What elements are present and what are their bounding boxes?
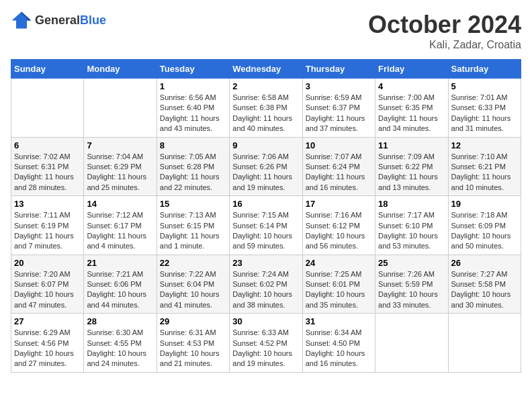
sunrise-text: Sunrise: 7:25 AM (306, 270, 362, 278)
day-number: 16 (232, 199, 299, 209)
sunset-text: Sunset: 6:35 PM (378, 103, 433, 111)
sunset-text: Sunset: 6:26 PM (232, 163, 287, 171)
day-detail: Sunrise: 7:20 AM Sunset: 6:07 PM Dayligh… (14, 269, 81, 311)
sunrise-text: Sunrise: 7:00 AM (378, 93, 435, 101)
sunrise-text: Sunrise: 7:26 AM (378, 270, 435, 278)
daylight-text: Daylight: 11 hours and 1 minute. (160, 232, 220, 250)
calendar-week-row: 27 Sunrise: 6:29 AM Sunset: 4:56 PM Dayl… (11, 314, 521, 373)
sunset-text: Sunset: 6:33 PM (451, 103, 506, 111)
daylight-text: Daylight: 10 hours and 38 minutes. (232, 290, 292, 308)
calendar-day-cell (11, 79, 84, 138)
sunrise-text: Sunrise: 6:56 AM (160, 93, 216, 101)
day-detail: Sunrise: 7:13 AM Sunset: 6:15 PM Dayligh… (160, 210, 226, 252)
calendar-day-cell: 4 Sunrise: 7:00 AM Sunset: 6:35 PM Dayli… (375, 79, 448, 138)
sunset-text: Sunset: 4:53 PM (160, 339, 214, 347)
weekday-header: Sunday (11, 60, 84, 79)
sunrise-text: Sunrise: 7:16 AM (306, 211, 362, 219)
sunset-text: Sunset: 6:01 PM (306, 280, 360, 288)
logo-general-text: GeneralBlue (35, 13, 106, 28)
calendar-day-cell: 19 Sunrise: 7:18 AM Sunset: 6:09 PM Dayl… (448, 196, 521, 255)
sunset-text: Sunset: 4:50 PM (306, 339, 360, 347)
sunset-text: Sunset: 6:22 PM (378, 163, 433, 171)
daylight-text: Daylight: 11 hours and 16 minutes. (306, 173, 365, 191)
sunset-text: Sunset: 6:06 PM (87, 280, 141, 288)
sunset-text: Sunset: 4:56 PM (14, 339, 69, 347)
day-detail: Sunrise: 6:33 AM Sunset: 4:52 PM Dayligh… (232, 328, 299, 369)
daylight-text: Daylight: 10 hours and 47 minutes. (14, 290, 74, 308)
day-number: 4 (378, 81, 445, 91)
sunset-text: Sunset: 6:19 PM (14, 222, 69, 230)
sunrise-text: Sunrise: 6:29 AM (14, 328, 71, 336)
day-detail: Sunrise: 7:16 AM Sunset: 6:12 PM Dayligh… (306, 210, 372, 252)
daylight-text: Daylight: 11 hours and 10 minutes. (451, 173, 511, 191)
day-detail: Sunrise: 6:30 AM Sunset: 4:55 PM Dayligh… (87, 328, 153, 369)
daylight-text: Daylight: 10 hours and 50 minutes. (451, 232, 511, 250)
day-number: 22 (160, 258, 226, 268)
calendar-day-cell: 15 Sunrise: 7:13 AM Sunset: 6:15 PM Dayl… (157, 196, 229, 255)
day-number: 14 (87, 199, 153, 209)
calendar-day-cell: 5 Sunrise: 7:01 AM Sunset: 6:33 PM Dayli… (448, 79, 521, 138)
sunset-text: Sunset: 6:07 PM (14, 280, 69, 288)
day-number: 30 (232, 316, 299, 326)
day-detail: Sunrise: 6:31 AM Sunset: 4:53 PM Dayligh… (160, 328, 226, 369)
sunrise-text: Sunrise: 7:07 AM (306, 152, 362, 161)
day-detail: Sunrise: 6:34 AM Sunset: 4:50 PM Dayligh… (306, 328, 372, 369)
sunset-text: Sunset: 6:17 PM (87, 222, 141, 230)
day-number: 27 (14, 316, 81, 326)
sunrise-text: Sunrise: 7:11 AM (14, 211, 71, 219)
calendar-day-cell: 17 Sunrise: 7:16 AM Sunset: 6:12 PM Dayl… (302, 196, 375, 255)
sunset-text: Sunset: 4:55 PM (87, 339, 141, 347)
daylight-text: Daylight: 10 hours and 59 minutes. (232, 232, 292, 250)
calendar-day-cell: 28 Sunrise: 6:30 AM Sunset: 4:55 PM Dayl… (84, 314, 157, 373)
sunrise-text: Sunrise: 7:27 AM (451, 270, 508, 278)
sunset-text: Sunset: 5:59 PM (378, 280, 433, 288)
daylight-text: Daylight: 10 hours and 44 minutes. (87, 290, 146, 308)
sunrise-text: Sunrise: 7:09 AM (378, 152, 435, 161)
day-detail: Sunrise: 6:58 AM Sunset: 6:38 PM Dayligh… (232, 93, 299, 134)
calendar-day-cell: 31 Sunrise: 6:34 AM Sunset: 4:50 PM Dayl… (302, 314, 375, 373)
calendar-day-cell: 7 Sunrise: 7:04 AM Sunset: 6:29 PM Dayli… (84, 137, 157, 196)
sunset-text: Sunset: 6:29 PM (87, 163, 141, 171)
daylight-text: Daylight: 10 hours and 24 minutes. (87, 349, 146, 367)
sunset-text: Sunset: 6:10 PM (378, 222, 433, 230)
calendar-day-cell: 29 Sunrise: 6:31 AM Sunset: 4:53 PM Dayl… (157, 314, 229, 373)
day-detail: Sunrise: 7:11 AM Sunset: 6:19 PM Dayligh… (14, 210, 81, 252)
daylight-text: Daylight: 11 hours and 13 minutes. (378, 173, 438, 191)
calendar-day-cell: 24 Sunrise: 7:25 AM Sunset: 6:01 PM Dayl… (302, 255, 375, 314)
calendar-day-cell (84, 79, 157, 138)
sunrise-text: Sunrise: 7:10 AM (451, 152, 508, 161)
daylight-text: Daylight: 10 hours and 27 minutes. (14, 349, 74, 367)
sunrise-text: Sunrise: 6:58 AM (232, 93, 289, 101)
calendar-day-cell (375, 314, 448, 373)
sunset-text: Sunset: 6:40 PM (160, 103, 214, 111)
day-detail: Sunrise: 7:25 AM Sunset: 6:01 PM Dayligh… (306, 269, 372, 311)
sunset-text: Sunset: 6:37 PM (306, 103, 360, 111)
sunrise-text: Sunrise: 7:17 AM (378, 211, 435, 219)
calendar-day-cell: 26 Sunrise: 7:27 AM Sunset: 5:58 PM Dayl… (448, 255, 521, 314)
calendar-week-row: 6 Sunrise: 7:02 AM Sunset: 6:31 PM Dayli… (11, 137, 521, 196)
sunrise-text: Sunrise: 7:12 AM (87, 211, 143, 219)
sunrise-text: Sunrise: 6:33 AM (232, 328, 289, 336)
daylight-text: Daylight: 10 hours and 16 minutes. (306, 349, 365, 367)
day-detail: Sunrise: 7:18 AM Sunset: 6:09 PM Dayligh… (451, 210, 518, 252)
day-number: 25 (378, 258, 445, 268)
sunrise-text: Sunrise: 7:05 AM (160, 152, 216, 161)
calendar-day-cell: 11 Sunrise: 7:09 AM Sunset: 6:22 PM Dayl… (375, 137, 448, 196)
sunrise-text: Sunrise: 6:59 AM (306, 93, 362, 101)
daylight-text: Daylight: 10 hours and 53 minutes. (378, 232, 438, 250)
logo-icon (11, 11, 32, 30)
day-detail: Sunrise: 7:02 AM Sunset: 6:31 PM Dayligh… (14, 152, 81, 193)
calendar-day-cell: 6 Sunrise: 7:02 AM Sunset: 6:31 PM Dayli… (11, 137, 84, 196)
day-number: 8 (160, 140, 226, 150)
day-number: 17 (306, 199, 372, 209)
day-detail: Sunrise: 7:12 AM Sunset: 6:17 PM Dayligh… (87, 210, 153, 252)
sunset-text: Sunset: 6:15 PM (160, 222, 214, 230)
daylight-text: Daylight: 10 hours and 35 minutes. (306, 290, 365, 308)
sunrise-text: Sunrise: 7:18 AM (451, 211, 508, 219)
calendar-day-cell: 2 Sunrise: 6:58 AM Sunset: 6:38 PM Dayli… (230, 79, 302, 138)
day-number: 7 (87, 140, 153, 150)
day-number: 21 (87, 258, 153, 268)
day-detail: Sunrise: 7:10 AM Sunset: 6:21 PM Dayligh… (451, 152, 518, 193)
logo: GeneralBlue (11, 11, 106, 30)
day-detail: Sunrise: 7:01 AM Sunset: 6:33 PM Dayligh… (451, 93, 518, 134)
